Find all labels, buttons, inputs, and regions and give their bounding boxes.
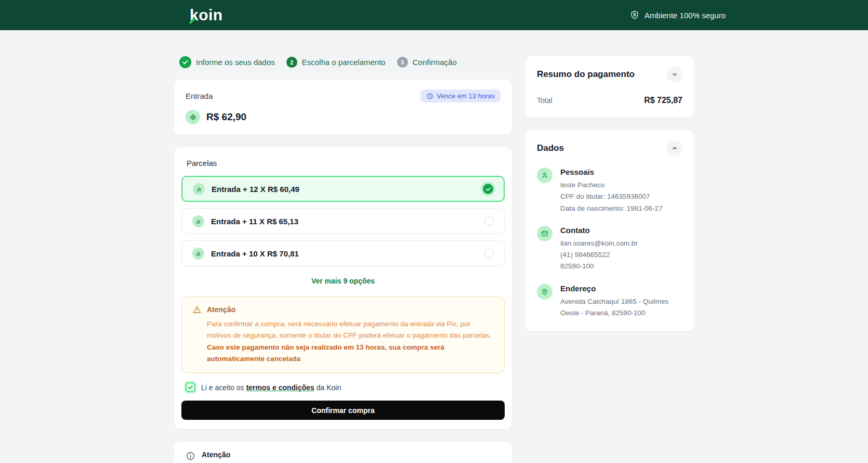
installments-notice-card: Atenção As parcelas serão enviadas mensa… [174, 442, 512, 463]
summary-header: Resumo do pagamento [537, 67, 682, 82]
entrada-amount: R$ 62,90 [206, 111, 246, 123]
personal-data-section: Pessoais teste Pacheco CPF do titular: 1… [537, 168, 682, 214]
installments-bars-icon [193, 183, 205, 195]
step-label: Informe os seus dados [196, 58, 275, 67]
customer-data-card: Dados Pessoais teste Pacheco CPF do titu… [525, 130, 694, 331]
parcelas-title: Parcelas [187, 159, 505, 168]
user-icon [537, 168, 553, 183]
customer-zipcode: 82590-100 [560, 261, 638, 272]
radio-unselected-icon [484, 249, 494, 258]
main-content: Informe os seus dados 2 Escolha o parcel… [174, 30, 694, 463]
step-done-check-icon [179, 56, 191, 68]
mail-icon [537, 226, 553, 241]
top-bar: koin Ambiente 100% seguro [0, 0, 868, 30]
summary-column: Resumo do pagamento Total R$ 725,87 Dado… [525, 56, 694, 331]
total-label: Total [537, 96, 553, 105]
address-section: Endereço Avenida Calchaquí 1865 - Quilme… [537, 284, 682, 319]
step-escolha-parcelamento: 2 Escolha o parcelamento [286, 57, 386, 68]
parcela-option-label: Entrada + 11 X R$ 65,13 [211, 217, 478, 226]
step-number-badge: 2 [286, 57, 297, 68]
see-more-options-link[interactable]: Ver mais 9 opções [181, 277, 505, 285]
payment-summary-card: Resumo do pagamento Total R$ 725,87 [525, 56, 694, 118]
parcela-option-12x[interactable]: Entrada + 12 X R$ 60,49 [181, 176, 505, 202]
customer-email: ilan.soares@koin.com.br [560, 238, 638, 249]
dados-header: Dados [537, 140, 682, 156]
logo-text: koin [190, 6, 223, 23]
koin-logo: koin [190, 7, 223, 23]
terms-link[interactable]: termos e condições [246, 383, 314, 392]
warning-title: Atenção [207, 305, 235, 314]
dados-title: Dados [537, 143, 564, 153]
section-title: Endereço [560, 284, 677, 293]
terms-checkbox[interactable] [186, 382, 195, 392]
warning-body: Para confirmar a compra, será necessário… [207, 318, 494, 341]
dados-collapse-button[interactable] [667, 140, 682, 156]
terms-prefix: Li e aceito os [201, 383, 246, 392]
entrada-title: Entrada [186, 92, 213, 100]
summary-collapse-button[interactable] [667, 67, 682, 82]
selected-check-icon [483, 184, 493, 194]
info-icon [186, 451, 195, 461]
checkout-stepper: Informe os seus dados 2 Escolha o parcel… [179, 56, 512, 68]
installments-bars-icon [192, 248, 204, 260]
total-value: R$ 725,87 [644, 96, 682, 105]
entrada-card: Entrada Vence em 13 horas R$ 62,90 [174, 80, 512, 135]
map-pin-icon [537, 284, 553, 300]
customer-birthdate: Data de nascimento: 1981-06-27 [560, 203, 663, 214]
contact-text: Contato ilan.soares@koin.com.br (41) 984… [560, 226, 638, 273]
address-text: Endereço Avenida Calchaquí 1865 - Quilme… [560, 284, 677, 319]
step-informe-dados: Informe os seus dados [179, 56, 275, 68]
due-time-badge: Vence em 13 horas [420, 89, 501, 102]
customer-name: teste Pacheco [560, 179, 663, 191]
customer-phone: (41) 984665522 [560, 249, 638, 261]
pix-warning-box: Atenção Para confirmar a compra, será ne… [181, 297, 505, 373]
section-title: Contato [560, 226, 638, 235]
entrada-header: Entrada Vence em 13 horas [186, 89, 501, 102]
secure-label: Ambiente 100% seguro [645, 11, 726, 20]
contact-section: Contato ilan.soares@koin.com.br (41) 984… [537, 226, 682, 273]
installments-bars-icon [192, 215, 204, 227]
personal-data-text: Pessoais teste Pacheco CPF do titular: 1… [560, 168, 663, 214]
checkbox-check-icon [188, 384, 193, 390]
step-label: Escolha o parcelamento [302, 58, 386, 67]
notice-text-block: Atenção As parcelas serão enviadas mensa… [202, 451, 495, 463]
step-number-badge: 3 [397, 57, 408, 68]
parcela-option-label: Entrada + 10 X R$ 70,81 [211, 249, 478, 258]
parcela-option-10x[interactable]: Entrada + 10 X R$ 70,81 [181, 240, 505, 266]
warning-bold-line: Caso este pagamento não seja realizado e… [207, 342, 494, 364]
entrada-amount-row: R$ 62,90 [186, 110, 501, 124]
notice-title: Atenção [202, 451, 495, 459]
summary-title: Resumo do pagamento [537, 69, 635, 80]
checkout-column: Informe os seus dados 2 Escolha o parcel… [174, 56, 512, 463]
total-row: Total R$ 725,87 [537, 96, 682, 105]
pix-icon [186, 110, 200, 124]
chevron-up-icon [671, 145, 678, 152]
parcela-option-label: Entrada + 12 X R$ 60,49 [212, 185, 476, 194]
chevron-down-icon [671, 71, 678, 78]
parcelas-card: Parcelas Entrada + 12 X R$ 60,49 Entrada… [174, 147, 512, 429]
due-time-label: Vence em 13 horas [437, 92, 495, 100]
warning-triangle-icon [192, 305, 202, 314]
customer-address: Avenida Calchaquí 1865 - Quilmes Oeste -… [560, 296, 677, 319]
warning-header: Atenção [192, 305, 494, 314]
confirm-purchase-button[interactable]: Confirmar compra [181, 401, 505, 420]
shield-dollar-icon [629, 10, 640, 20]
step-confirmacao: 3 Confirmação [397, 57, 457, 68]
customer-cpf: CPF do titular: 14635936007 [560, 191, 663, 202]
step-label: Confirmação [413, 58, 457, 67]
secure-environment-badge: Ambiente 100% seguro [629, 10, 726, 20]
radio-unselected-icon [484, 216, 494, 226]
section-title: Pessoais [560, 168, 663, 176]
terms-suffix: da Koin [314, 383, 341, 392]
terms-text: Li e aceito os termos e condições da Koi… [201, 383, 341, 392]
parcela-option-11x[interactable]: Entrada + 11 X R$ 65,13 [181, 208, 505, 234]
terms-row: Li e aceito os termos e condições da Koi… [186, 382, 505, 392]
clock-icon [426, 93, 433, 100]
